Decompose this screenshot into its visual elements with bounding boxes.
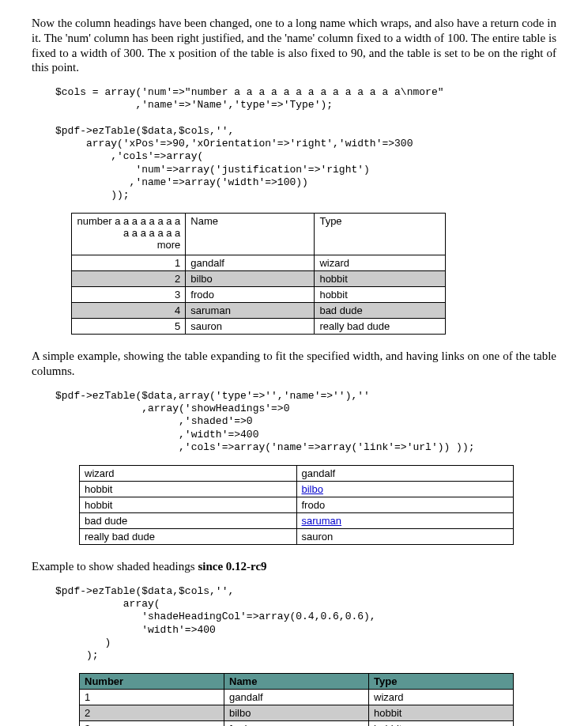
cell-type: wizard [369, 690, 514, 705]
cell-num: 3 [80, 721, 224, 726]
cell-type: hobbit [80, 497, 297, 513]
table-2: wizard gandalf hobbit bilbo hobbit frodo… [79, 465, 514, 545]
cell-type: wizard [315, 255, 446, 271]
name-text: sauron [302, 531, 334, 543]
cell-name: frodo [296, 497, 514, 513]
cell-type: hobbit [369, 705, 514, 721]
name-text: frodo [302, 499, 326, 511]
cell-name: saruman [296, 513, 514, 529]
intro-paragraph-2: A simple example, showing the table expa… [32, 349, 556, 379]
cell-type: really bad dude [80, 529, 297, 545]
cell-num: 5 [72, 319, 186, 335]
cell-type: hobbit [369, 721, 514, 726]
cell-name: gandalf [224, 690, 369, 705]
cell-type: bad dude [80, 513, 297, 529]
intro-paragraph-1: Now the column headings have been change… [32, 16, 556, 75]
table-row: 4 saruman bad dude [72, 303, 446, 319]
name-link[interactable]: saruman [302, 515, 342, 527]
code-block-2: $pdf->ezTable($data,array('type'=>'','na… [55, 390, 556, 454]
cell-name: gandalf [186, 255, 315, 271]
table-row: hobbit bilbo [80, 482, 514, 497]
table-row: 2 bilbo hobbit [80, 705, 514, 721]
cell-type: wizard [80, 466, 297, 482]
cell-type: bad dude [315, 303, 446, 319]
col-header-name: Name [186, 214, 315, 255]
col-header-name: Name [224, 674, 369, 690]
cell-num: 1 [72, 255, 186, 271]
cell-name: bilbo [224, 705, 369, 721]
cell-name: frodo [224, 721, 369, 726]
cell-num: 1 [80, 690, 224, 705]
cell-name: frodo [186, 287, 315, 303]
cell-num: 2 [80, 705, 224, 721]
table-1-wrap: number a a a a a a a a a a a a a a a mor… [32, 213, 556, 335]
table-row: wizard gandalf [80, 466, 514, 482]
table-3: Number Name Type 1 gandalf wizard 2 bilb… [79, 673, 514, 726]
cell-name: bilbo [186, 271, 315, 287]
table-2-wrap: wizard gandalf hobbit bilbo hobbit frodo… [32, 465, 556, 545]
col-header-type: Type [315, 214, 446, 255]
table-row: really bad dude sauron [80, 529, 514, 545]
cell-name: gandalf [296, 466, 514, 482]
cell-name: bilbo [296, 482, 514, 497]
table-row: 1 gandalf wizard [72, 255, 446, 271]
table-row: number a a a a a a a a a a a a a a a mor… [72, 214, 446, 255]
table-row: Number Name Type [80, 674, 514, 690]
cell-name: sauron [296, 529, 514, 545]
code-block-1: $cols = array('num'=>"number a a a a a a… [55, 86, 556, 202]
cell-type: really bad dude [315, 319, 446, 335]
table-row: 3 frodo hobbit [80, 721, 514, 726]
para3-bold: since 0.12-rc9 [198, 560, 266, 573]
name-text: gandalf [302, 467, 336, 479]
table-row: 3 frodo hobbit [72, 287, 446, 303]
cell-num: 2 [72, 271, 186, 287]
code-block-3: $pdf->ezTable($data,$cols,'', array( 'sh… [55, 585, 556, 663]
cell-type: hobbit [315, 271, 446, 287]
table-row: 1 gandalf wizard [80, 690, 514, 705]
table-row: bad dude saruman [80, 513, 514, 529]
cell-name: saruman [186, 303, 315, 319]
col-header-type: Type [369, 674, 514, 690]
cell-name: sauron [186, 319, 315, 335]
cell-type: hobbit [80, 482, 297, 497]
table-row: 2 bilbo hobbit [72, 271, 446, 287]
table-row: 5 sauron really bad dude [72, 319, 446, 335]
cell-num: 4 [72, 303, 186, 319]
table-row: hobbit frodo [80, 497, 514, 513]
intro-paragraph-3: Example to show shaded headings since 0.… [32, 559, 556, 574]
table-3-wrap: Number Name Type 1 gandalf wizard 2 bilb… [32, 673, 556, 726]
cell-num: 3 [72, 287, 186, 303]
table-1: number a a a a a a a a a a a a a a a mor… [71, 213, 446, 335]
cell-type: hobbit [315, 287, 446, 303]
col-header-num: Number [80, 674, 224, 690]
para3-text: Example to show shaded headings [32, 560, 198, 573]
col-header-num: number a a a a a a a a a a a a a a a mor… [72, 214, 186, 255]
name-link[interactable]: bilbo [302, 483, 323, 495]
